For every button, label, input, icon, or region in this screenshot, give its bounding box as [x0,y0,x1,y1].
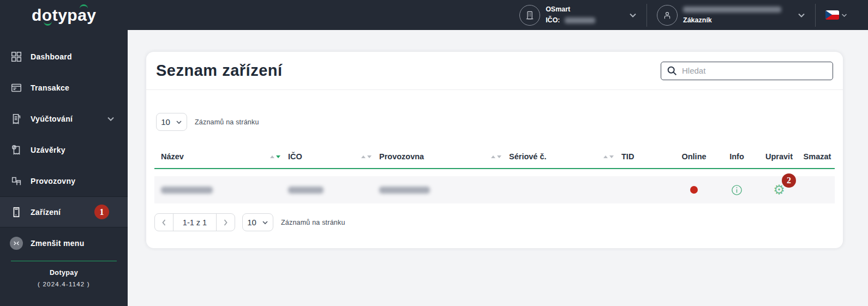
pagination: 1-1 z 1 10 Záznamů na stránku [154,213,835,231]
column-header-ico[interactable]: IČO [288,152,379,161]
user-chevron-down-icon[interactable] [798,13,805,18]
sort-asc-icon[interactable] [491,155,495,158]
company-switcher[interactable]: OSmart IČO: [519,4,637,26]
sidebar-item-label: Dashboard [31,52,72,61]
user-role-label: Zákazník [683,15,781,26]
sidebar-item-transakce[interactable]: Transakce [0,72,128,103]
column-label: Provozovna [379,152,424,161]
sort-arrows[interactable] [603,155,614,158]
sidebar-brand: Dotypay [0,269,128,277]
page-size-value: 10 [247,218,256,227]
topbar-divider [646,4,647,27]
user-avatar-icon [657,5,678,26]
column-header-smazat: Smazat [800,152,835,161]
sidebar-version: ( 2024.4-1142 ) [0,281,128,287]
sort-arrows[interactable] [361,155,372,158]
dotypay-logo[interactable]: dotypay [32,7,97,23]
billing-receipt-icon [10,113,23,125]
prev-page-button[interactable] [155,213,173,231]
czech-flag-icon [825,10,839,20]
column-label: Online [681,152,706,161]
page-size-select[interactable]: 10 [156,113,187,131]
column-label: Název [161,152,184,161]
sidebar-item-vyuctovani[interactable]: Vyúčtování [0,103,128,134]
sidebar-item-zarizeni[interactable]: Zařízení 1 [0,196,128,227]
table-row: ⚙ 2 [154,176,835,203]
sidebar-item-label: Provozovny [31,177,75,185]
sidebar-item-label: Uzávěrky [31,146,65,154]
annotation-badge-2: 2 [782,173,796,188]
chevron-down-icon [262,220,268,225]
sort-desc-icon[interactable] [276,155,280,158]
sidebar-item-uzaverky[interactable]: Uzávěrky [0,134,128,165]
language-selector[interactable] [825,10,847,20]
logo-green-arc-under-icon [44,21,52,26]
company-ico-redacted-value [565,17,595,23]
column-label: IČO [288,152,302,161]
annotation-badge-1: 1 [94,205,109,219]
sort-asc-icon[interactable] [603,155,608,158]
search-input[interactable] [661,62,833,80]
sort-asc-icon[interactable] [270,155,274,158]
device-terminal-icon [10,206,23,218]
company-building-icon [519,5,540,26]
collapse-menu-button[interactable]: Zmenšit menu [0,227,128,259]
sidebar: Dashboard Transakce Vyúčtování [0,30,128,306]
user-menu[interactable]: Zákazník [657,4,805,26]
collapse-menu-label: Zmenšit menu [31,239,85,248]
device-ico-redacted [288,187,324,194]
closures-receipt-icon [10,144,23,156]
dashboard-grid-icon [10,51,23,63]
chevron-down-icon [176,120,182,124]
column-header-seriove-c[interactable]: Sériové č. [509,152,621,161]
sort-arrows[interactable] [270,155,280,158]
records-per-page-label: Záznamů na stránku [281,219,345,226]
column-header-tid: TID [621,152,673,161]
company-name: OSmart [546,4,595,15]
sidebar-item-label: Vyúčtování [31,115,73,123]
table-header: Název IČO Provozovna [154,145,835,169]
sort-desc-icon[interactable] [497,155,501,158]
language-chevron-down-icon[interactable] [841,13,847,17]
online-status-dot [690,186,698,194]
column-label: Info [729,152,744,161]
column-header-upravit: Upravit [758,152,800,161]
page-range: 1-1 z 1 [173,213,217,231]
sidebar-item-label: Transakce [31,83,69,92]
sidebar-item-label: Zařízení [31,208,61,217]
info-icon[interactable] [731,184,743,196]
company-chevron-down-icon[interactable] [629,13,637,18]
submenu-chevron-down-icon[interactable] [107,116,115,122]
column-header-provozovna[interactable]: Provozovna [379,152,509,161]
collapse-arrows-icon [10,237,23,250]
sort-arrows[interactable] [491,155,501,158]
search-icon [666,65,678,79]
topbar: dotypay OSmart IČO: [0,0,868,30]
stores-icon [10,175,23,187]
device-list-card: Seznam zařízení 10 Záznamů na stránku [146,52,843,248]
sidebar-item-dashboard[interactable]: Dashboard [0,41,128,72]
user-name-redacted [683,7,781,13]
sort-asc-icon[interactable] [361,155,366,158]
column-header-online: Online [673,152,715,161]
column-label: Sériové č. [509,152,547,161]
page-title: Seznam zařízení [156,62,283,80]
column-header-nazev[interactable]: Název [161,152,288,161]
column-label: TID [621,152,634,161]
topbar-divider [815,4,816,27]
search-box [661,62,833,80]
next-page-button[interactable] [217,213,235,231]
sidebar-item-provozovny[interactable]: Provozovny [0,165,128,196]
main-content: Seznam zařízení 10 Záznamů na stránku [128,30,868,306]
transactions-table-icon [10,82,23,94]
records-per-page-label: Záznamů na stránku [195,118,259,126]
page-size-select-bottom[interactable]: 10 [242,213,273,231]
sort-desc-icon[interactable] [609,155,614,158]
logo-green-arc-over-icon [80,4,88,9]
column-label: Upravit [765,152,793,161]
edit-gear-icon[interactable]: ⚙ 2 [772,183,786,197]
device-name-redacted [161,187,213,194]
column-header-info: Info [715,152,758,161]
device-provozovna-redacted [379,187,430,194]
sort-desc-icon[interactable] [367,155,372,158]
